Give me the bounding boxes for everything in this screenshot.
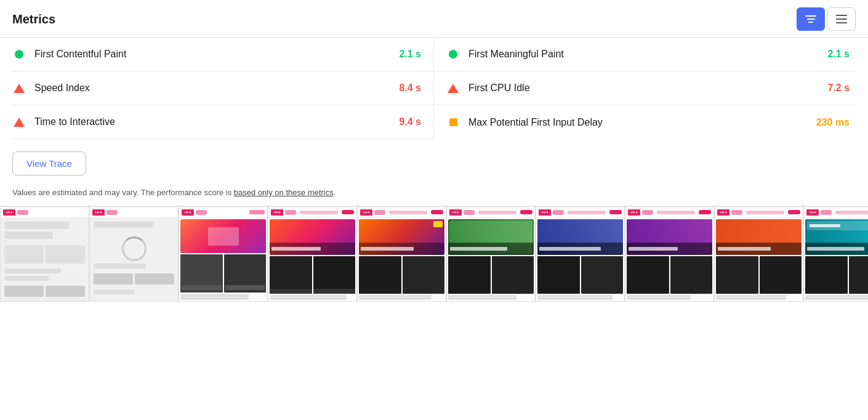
disclaimer-text-before: Values are estimated and may vary. The p…	[12, 188, 234, 197]
filter-button[interactable]	[797, 7, 825, 31]
red-triangle-icon-2	[446, 81, 460, 95]
filmstrip-frame-10: LALA	[803, 206, 868, 302]
metric-fci-value: 7.2 s	[827, 83, 850, 94]
metric-fmp: First Meaningful Paint 2.1 s	[434, 38, 856, 71]
menu-button[interactable]	[827, 7, 856, 31]
disclaimer: Values are estimated and may vary. The p…	[0, 182, 868, 206]
metric-fmp-label: First Meaningful Paint	[468, 49, 827, 60]
metric-fcp-value: 2.1 s	[399, 49, 421, 60]
metric-tti-value: 9.4 s	[399, 116, 421, 127]
metric-fcp: First Contentful Paint 2.1 s	[12, 38, 434, 71]
view-trace-button[interactable]: View Trace	[12, 151, 86, 176]
filmstrip-frame-1: LALA	[0, 206, 89, 302]
metric-fcp-label: First Contentful Paint	[34, 49, 399, 60]
filmstrip-frame-5: LALA	[357, 206, 446, 302]
disclaimer-link[interactable]: based only on these metrics	[234, 188, 334, 197]
metric-mpfid: Max Potential First Input Delay 230 ms	[434, 105, 856, 139]
page-container: Metrics Fi	[0, 0, 868, 302]
filmstrip-frame-9: LALA	[714, 206, 803, 302]
metric-fci: First CPU Idle 7.2 s	[434, 71, 856, 105]
metric-mpfid-label: Max Potential First Input Delay	[468, 117, 816, 128]
disclaimer-text-after: .	[334, 188, 336, 197]
filmstrip-frame-2: LALA	[89, 206, 179, 302]
metric-si-value: 8.4 s	[399, 83, 421, 94]
red-triangle-icon	[12, 81, 26, 95]
metric-tti: Time to Interactive 9.4 s	[12, 105, 434, 139]
metric-tti-label: Time to Interactive	[34, 116, 399, 127]
filmstrip-frame-6: LALA	[446, 206, 536, 302]
page-title: Metrics	[12, 12, 55, 26]
filmstrip-frame-3: LALA	[179, 206, 268, 302]
metric-si: Speed Index 8.4 s	[12, 71, 434, 105]
metric-si-label: Speed Index	[34, 83, 399, 94]
metric-fci-label: First CPU Idle	[468, 83, 827, 94]
metrics-grid: First Contentful Paint 2.1 s First Meani…	[0, 38, 868, 139]
metric-fmp-value: 2.1 s	[827, 49, 850, 60]
filmstrip: LALA	[0, 206, 868, 302]
red-triangle-icon-3	[12, 115, 26, 129]
orange-square-icon	[446, 116, 460, 129]
header-buttons	[797, 7, 856, 31]
green-circle-icon	[12, 47, 26, 61]
hamburger-icon	[836, 15, 847, 23]
filmstrip-frame-7: LALA	[536, 206, 625, 302]
metrics-header: Metrics	[0, 0, 868, 38]
metric-mpfid-value: 230 ms	[816, 117, 850, 128]
green-circle-icon-2	[446, 47, 460, 61]
filter-icon	[805, 15, 816, 23]
view-trace-section: View Trace	[0, 139, 868, 182]
filmstrip-frame-4: LALA	[268, 206, 357, 302]
filmstrip-frame-8: LALA	[625, 206, 714, 302]
